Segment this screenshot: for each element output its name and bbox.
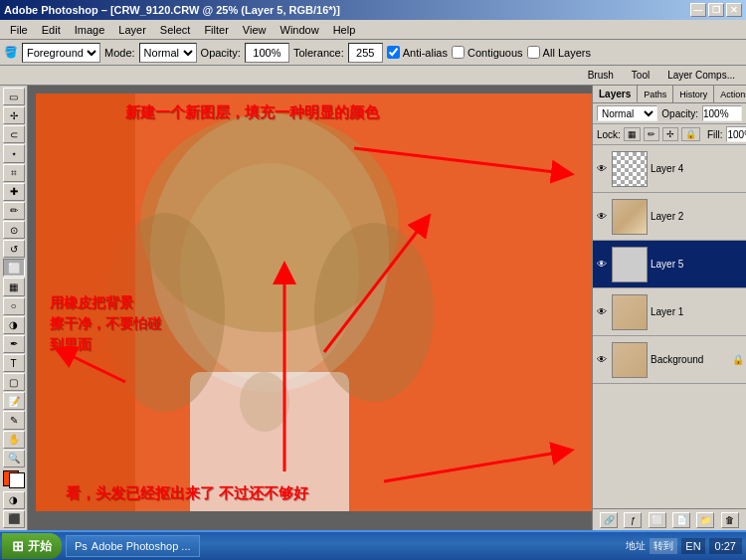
opacity-label: Opacity: xyxy=(201,47,241,59)
opacity-label: Opacity: xyxy=(661,108,698,119)
blend-mode-select[interactable]: Normal xyxy=(597,105,657,121)
layers-blend-row: Normal Opacity: xyxy=(593,103,746,124)
menu-layer[interactable]: Layer xyxy=(112,22,152,38)
tool-heal[interactable]: ✚ xyxy=(3,183,25,201)
layer-eye-5[interactable]: 👁 xyxy=(595,258,609,272)
layer-style-button[interactable]: ƒ xyxy=(624,512,642,528)
tool-dodge[interactable]: ◑ xyxy=(3,316,25,334)
all-layers-checkbox[interactable] xyxy=(527,46,540,59)
tool-zoom[interactable]: 🔍 xyxy=(3,450,25,467)
layer-eye-1[interactable]: 👁 xyxy=(595,305,609,319)
contiguous-checkbox[interactable] xyxy=(452,46,465,59)
opacity-input[interactable] xyxy=(245,43,289,63)
mode-label: Mode: xyxy=(104,47,135,59)
address-label: 地址 xyxy=(626,539,646,553)
color-swatch[interactable] xyxy=(3,470,25,488)
layer-eye-2[interactable]: 👁 xyxy=(595,210,609,224)
layer-eye-4[interactable]: 👁 xyxy=(595,162,609,176)
tab-layer-comps[interactable]: Layer Comps... xyxy=(660,68,742,83)
toolbox: ▭ ✢ ⊂ ⋆ ⌗ ✚ ✏ ⊙ ↺ ⬜ ▦ ○ ◑ ✒ T ▢ 📝 ✎ ✋ 🔍 xyxy=(0,86,28,530)
tool-eyedropper[interactable]: ✎ xyxy=(3,411,25,429)
layer-item-bg[interactable]: 👁 Background 🔒 xyxy=(593,336,746,384)
layer-item-2[interactable]: 👁 Layer 2 xyxy=(593,193,746,241)
tool-gradient[interactable]: ▦ xyxy=(3,278,25,295)
menu-window[interactable]: Window xyxy=(275,22,325,38)
layer-name-bg: Background xyxy=(651,354,703,365)
tab-tool[interactable]: Tool xyxy=(625,68,656,83)
tolerance-input[interactable] xyxy=(348,43,383,63)
tool-magic-wand[interactable]: ⋆ xyxy=(3,144,25,162)
tool-marquee[interactable]: ▭ xyxy=(3,88,25,105)
layer-eye-bg[interactable]: 👁 xyxy=(595,353,609,367)
taskbar-items: Ps Adobe Photoshop ... xyxy=(66,535,626,557)
menu-bar: File Edit Image Layer Select Filter View… xyxy=(0,20,746,40)
mode-select[interactable]: Normal xyxy=(139,43,197,63)
tab-actions[interactable]: Actions xyxy=(714,86,746,102)
layer-mask-button[interactable]: ⬜ xyxy=(649,512,666,528)
fill-field[interactable] xyxy=(726,126,746,142)
menu-file[interactable]: File xyxy=(4,22,34,38)
menu-image[interactable]: Image xyxy=(69,22,111,38)
goto-label[interactable]: 转到 xyxy=(650,538,677,554)
start-button[interactable]: ⊞ 开始 xyxy=(2,533,62,559)
layer-thumb-person-2 xyxy=(613,200,647,234)
layer-link-button[interactable]: 🔗 xyxy=(600,512,618,528)
tool-notes[interactable]: 📝 xyxy=(3,392,25,410)
opacity-field[interactable] xyxy=(702,105,742,121)
layer-item-1[interactable]: 👁 Layer 1 xyxy=(593,288,746,336)
tool-clone[interactable]: ⊙ xyxy=(3,221,25,239)
tool-move[interactable]: ✢ xyxy=(3,106,25,124)
panel-tabs: Layers Paths History Actions ▸ xyxy=(593,86,746,103)
layer-item-4[interactable]: 👁 Layer 4 xyxy=(593,145,746,193)
lock-image-icon[interactable]: ✏ xyxy=(644,127,659,141)
lock-label: Lock: xyxy=(597,129,621,140)
menu-help[interactable]: Help xyxy=(327,22,362,38)
lock-position-icon[interactable]: ✢ xyxy=(662,127,678,141)
close-button[interactable]: ✕ xyxy=(726,3,742,17)
language-indicator[interactable]: EN xyxy=(681,538,704,554)
tool-eraser[interactable]: ⬜ xyxy=(3,259,25,277)
background-color[interactable] xyxy=(9,472,25,488)
tool-blur[interactable]: ○ xyxy=(3,297,25,315)
menu-edit[interactable]: Edit xyxy=(36,22,67,38)
fill-label: Fill: xyxy=(707,129,723,140)
foreground-select[interactable]: Foreground xyxy=(22,43,100,63)
taskbar-photoshop[interactable]: Ps Adobe Photoshop ... xyxy=(66,535,200,557)
lock-all-icon[interactable]: 🔒 xyxy=(681,127,700,141)
tool-quick-mask[interactable]: ◑ xyxy=(3,491,25,509)
layer-thumb-2 xyxy=(612,199,648,235)
minimize-button[interactable]: — xyxy=(690,3,706,17)
menu-view[interactable]: View xyxy=(237,22,273,38)
tool-brush[interactable]: ✏ xyxy=(3,202,25,220)
tool-shape[interactable]: ▢ xyxy=(3,373,25,391)
tool-crop[interactable]: ⌗ xyxy=(3,164,25,182)
layer-delete-button[interactable]: 🗑 xyxy=(721,512,739,528)
tool-pen[interactable]: ✒ xyxy=(3,335,25,353)
layer-new-button[interactable]: 📄 xyxy=(672,512,690,528)
layer-group-button[interactable]: 📁 xyxy=(696,512,714,528)
tab-history[interactable]: History xyxy=(673,86,714,102)
canvas-area[interactable]: 新建一个新图层，填充一种明显的颜色 用橡皮把背景 擦干净，不要怕碰 到里面 看，… xyxy=(28,86,592,530)
taskbar-ps-label: Adobe Photoshop ... xyxy=(92,540,191,552)
tool-text[interactable]: T xyxy=(3,354,25,372)
tool-hand[interactable]: ✋ xyxy=(3,431,25,449)
fill-row: Fill: xyxy=(707,126,746,142)
options-strip: Brush Tool Layer Comps... xyxy=(0,66,746,86)
tool-screen-mode[interactable]: ⬛ xyxy=(3,510,25,528)
tool-lasso[interactable]: ⊂ xyxy=(3,125,25,143)
canvas-wrapper: 新建一个新图层，填充一种明显的颜色 用橡皮把背景 擦干净，不要怕碰 到里面 看，… xyxy=(36,93,592,511)
tab-brush[interactable]: Brush xyxy=(581,68,621,83)
anti-alias-checkbox[interactable] xyxy=(387,46,400,59)
menu-select[interactable]: Select xyxy=(154,22,197,38)
menu-filter[interactable]: Filter xyxy=(198,22,234,38)
layers-lock-row: Lock: ▦ ✏ ✢ 🔒 Fill: xyxy=(593,124,746,145)
layer-checker-4 xyxy=(613,152,647,186)
tab-paths[interactable]: Paths xyxy=(638,86,673,102)
layer-item-5[interactable]: 👁 Layer 5 xyxy=(593,241,746,288)
title-bar-buttons: — ❐ ✕ xyxy=(690,3,742,17)
tool-history-brush[interactable]: ↺ xyxy=(3,240,25,258)
tab-layers[interactable]: Layers xyxy=(593,86,638,102)
restore-button[interactable]: ❐ xyxy=(708,3,724,17)
lock-transparent-icon[interactable]: ▦ xyxy=(624,127,641,141)
contiguous-label: Contiguous xyxy=(467,47,523,59)
